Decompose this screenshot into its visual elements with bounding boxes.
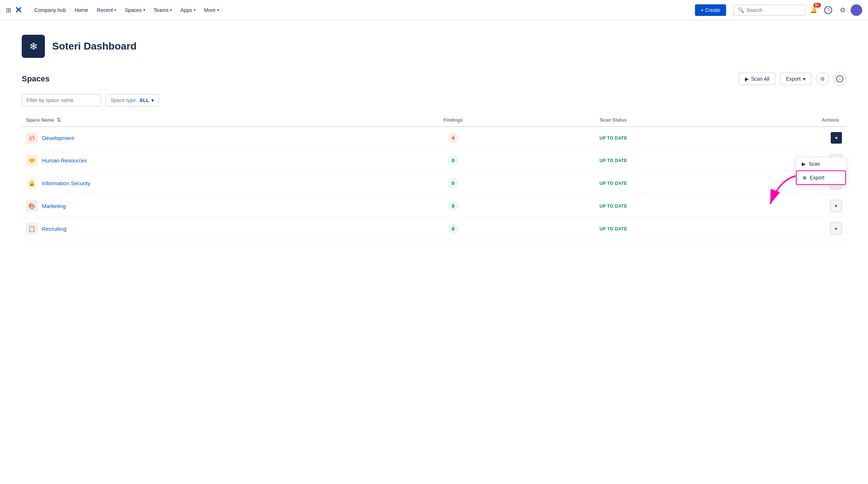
home-label: Home [75, 7, 88, 13]
gear-icon: ⚙ [820, 76, 825, 82]
findings-cell-1: 0 [383, 149, 523, 172]
action-btn-4[interactable]: ▾ [830, 222, 842, 235]
scan-status-cell-3: UP TO DATE [523, 195, 703, 217]
space-link-4[interactable]: Recruiting [42, 226, 67, 232]
findings-cell-2: 0 [383, 172, 523, 195]
help-button[interactable]: ? [822, 4, 835, 17]
company-hub-label: Company hub [34, 7, 66, 13]
actions-cell-4: ▾ [703, 217, 846, 240]
scan-label: Scan [809, 161, 820, 167]
avatar-initials: 👤 [854, 8, 859, 12]
dashboard-logo-icon: ❄ [29, 41, 38, 52]
spaces-actions: ▶ Scan All Export ▾ ⚙ i [739, 72, 846, 85]
sort-icon[interactable]: ⇅ [57, 117, 61, 123]
info-button[interactable]: i [833, 72, 846, 85]
create-button[interactable]: + Create [695, 4, 726, 16]
action-btn-0[interactable]: ▾ [831, 132, 842, 144]
notification-button[interactable]: 🔔 9+ [807, 4, 820, 17]
scan-play-icon: ▶ [802, 161, 806, 167]
space-link-2[interactable]: Information Security [42, 180, 90, 186]
dropdown-export-item[interactable]: ⊕ Export [796, 170, 846, 185]
space-link-1[interactable]: Human Resources [42, 157, 87, 164]
row-actions-3: ▾ [708, 200, 842, 212]
actions-cell-0: ▾ [703, 127, 846, 149]
scan-status-cell-1: UP TO DATE [523, 149, 703, 172]
table-row: 🔒 Information Security 0UP TO DATE ▾ [22, 172, 846, 195]
space-name-cell-3: 🎨 Marketing [22, 195, 383, 217]
spaces-header: Spaces ▶ Scan All Export ▾ ⚙ i [22, 72, 846, 85]
action-btn-3[interactable]: ▾ [830, 200, 842, 212]
search-icon: 🔍 [738, 7, 744, 13]
findings-badge-4: 0 [448, 224, 458, 234]
teams-chevron: ▾ [170, 8, 172, 12]
nav-home[interactable]: Home [71, 5, 92, 15]
space-link-3[interactable]: Marketing [42, 203, 66, 209]
space-type-value: ALL [139, 97, 149, 103]
spaces-table: Space Name ⇅ Findings Scan Status Action… [22, 114, 846, 240]
grid-icon[interactable]: ⊞ [6, 6, 11, 14]
play-icon: ▶ [745, 76, 749, 82]
col-header-actions: Actions [703, 114, 846, 127]
settings-icon: ⚙ [840, 6, 846, 14]
search-bar[interactable]: 🔍 [733, 5, 806, 16]
space-icon-3: 🎨 [26, 200, 38, 212]
space-name-cell-4: 📋 Recruiting [22, 217, 383, 240]
nav-company-hub[interactable]: Company hub [31, 5, 69, 15]
export-button[interactable]: Export ▾ [780, 73, 812, 85]
nav-spaces[interactable]: Spaces ▾ [121, 5, 149, 15]
row-actions-0: ▾ [708, 132, 842, 144]
actions-cell-3: ▾ [703, 195, 846, 217]
status-badge-3: UP TO DATE [599, 204, 627, 209]
scan-status-cell-0: UP TO DATE [523, 127, 703, 149]
nav-recent[interactable]: Recent ▾ [93, 5, 120, 15]
col-header-scan-status: Scan Status [523, 114, 703, 127]
notification-icon: 🔔 [810, 7, 817, 13]
findings-badge-0: 4 [448, 133, 458, 143]
findings-cell-3: 0 [383, 195, 523, 217]
row-actions-4: ▾ [708, 222, 842, 235]
findings-cell-4: 0 [383, 217, 523, 240]
spaces-table-container: Space Name ⇅ Findings Scan Status Action… [22, 114, 846, 240]
space-name-filter[interactable] [22, 94, 101, 106]
space-name-cell-0: ⟨/⟩ Development [22, 127, 383, 149]
status-badge-0: UP TO DATE [599, 136, 627, 141]
findings-cell-0: 4 [383, 127, 523, 149]
findings-badge-1: 0 [448, 155, 458, 165]
apps-label: Apps [181, 7, 192, 13]
space-name-cell-2: 🔒 Information Security [22, 172, 383, 195]
info-icon: i [836, 75, 843, 82]
recent-label: Recent [97, 7, 113, 13]
space-icon-2: 🔒 [26, 177, 38, 189]
scan-all-button[interactable]: ▶ Scan All [739, 73, 776, 85]
export-label: Export [810, 175, 824, 181]
action-dropdown-menu: ▶ Scan ⊕ Export [796, 157, 846, 185]
row-actions-dropdown: ▶ Scan ⊕ Export [796, 157, 846, 185]
spaces-chevron: ▾ [143, 8, 145, 12]
search-input[interactable] [746, 7, 797, 13]
settings-spaces-button[interactable]: ⚙ [816, 72, 829, 85]
notification-badge: 9+ [813, 3, 821, 8]
settings-button[interactable]: ⚙ [836, 4, 849, 17]
space-link-0[interactable]: Development [42, 135, 74, 141]
dashboard-header: ❄ Soteri Dashboard [22, 35, 846, 58]
col-header-space-name: Space Name ⇅ [22, 114, 383, 127]
table-row: 🤝 Human Resources 0UP TO DATE ▾ [22, 149, 846, 172]
apps-chevron: ▾ [194, 8, 195, 12]
avatar[interactable]: 👤 [851, 4, 862, 16]
export-chevron: ▾ [803, 76, 805, 82]
dashboard-logo: ❄ [22, 35, 45, 58]
confluence-logo[interactable]: ✕ [15, 5, 22, 15]
findings-badge-2: 0 [448, 178, 458, 188]
space-icon-1: 🤝 [26, 154, 38, 166]
more-label: More [204, 7, 216, 13]
col-header-findings: Findings [383, 114, 523, 127]
nav-teams[interactable]: Teams ▾ [150, 5, 176, 15]
space-type-dropdown[interactable]: Space type: ALL ▾ [106, 94, 159, 106]
nav-apps[interactable]: Apps ▾ [177, 5, 199, 15]
nav-more[interactable]: More ▾ [201, 5, 223, 15]
dropdown-scan-item[interactable]: ▶ Scan [796, 157, 846, 170]
status-badge-2: UP TO DATE [599, 181, 627, 186]
more-chevron: ▾ [217, 8, 219, 12]
space-type-chevron: ▾ [151, 97, 154, 103]
space-name-cell-1: 🤝 Human Resources [22, 149, 383, 172]
